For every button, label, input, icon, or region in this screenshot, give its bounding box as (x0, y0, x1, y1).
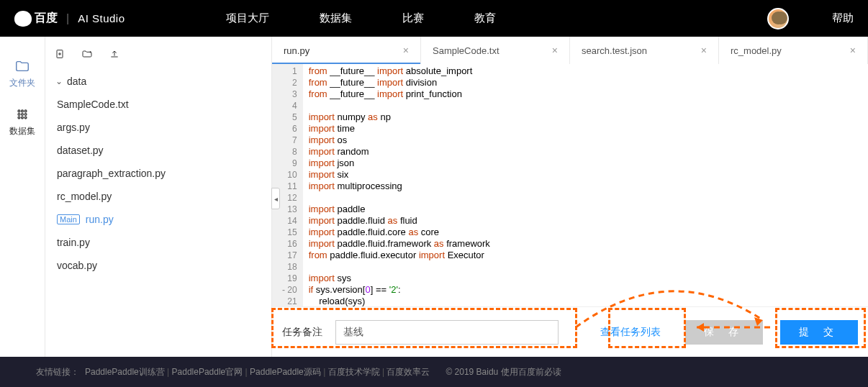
view-task-list-link[interactable]: 查看任务列表 (600, 326, 661, 339)
tree-file[interactable]: dataset.py (45, 139, 271, 162)
code-content[interactable]: from __future__ import absolute_importfr… (303, 64, 496, 306)
logo[interactable]: 百度 | AI Studio (14, 11, 125, 27)
task-bar: 任务备注 查看任务列表 保 存 提 交 (272, 306, 868, 357)
close-icon[interactable]: × (701, 45, 707, 56)
left-tab-files[interactable]: 文件夹 (0, 51, 45, 99)
footer-link[interactable]: PaddlePaddle官网 (172, 367, 243, 377)
footer-prefix: 友情链接： (36, 366, 79, 378)
close-icon[interactable]: × (850, 45, 856, 56)
nav-competitions[interactable]: 比赛 (402, 12, 424, 25)
editor-area: ◂ run.py× SampleCode.txt× search.test.js… (271, 37, 868, 357)
svg-point-3 (18, 114, 20, 116)
svg-point-8 (24, 117, 27, 119)
footer-copyright: © 2019 Baidu 使用百度前必读 (446, 366, 561, 378)
tree-file-run-py[interactable]: Mainrun.py (45, 208, 271, 231)
folder-icon (14, 58, 30, 74)
tree-file[interactable]: args.py (45, 116, 271, 139)
footer-link[interactable]: 百度技术学院 (328, 367, 380, 377)
svg-point-0 (18, 110, 20, 112)
top-nav: 项目大厅 数据集 比赛 教育 (226, 12, 496, 25)
logo-ai-studio: AI Studio (78, 12, 125, 24)
nav-education[interactable]: 教育 (474, 12, 496, 25)
svg-point-5 (24, 114, 27, 116)
new-file-icon[interactable] (54, 48, 65, 60)
close-icon[interactable]: × (403, 45, 409, 56)
tree-file[interactable]: paragraph_extraction.py (45, 162, 271, 185)
main-badge: Main (57, 214, 80, 224)
file-panel: ⌄data SampleCode.txtargs.pydataset.pypar… (45, 37, 271, 357)
svg-point-4 (22, 114, 24, 116)
submit-button[interactable]: 提 交 (780, 320, 858, 345)
save-button[interactable]: 保 存 (685, 320, 763, 345)
tree-file[interactable]: rc_model.py (45, 185, 271, 208)
tab-search-test[interactable]: search.test.json× (570, 37, 719, 64)
line-gutter: 12345678910111213141516171819- 20212223 (272, 64, 303, 306)
upload-icon[interactable] (109, 48, 120, 60)
logo-divider: | (66, 12, 69, 25)
tab-run-py[interactable]: run.py× (272, 37, 421, 64)
task-note-input[interactable] (335, 320, 559, 345)
svg-point-7 (22, 117, 24, 119)
tree-file[interactable]: SampleCode.txt (45, 93, 271, 116)
left-tab-datasets[interactable]: 数据集 (0, 99, 45, 147)
nav-datasets[interactable]: 数据集 (320, 12, 352, 25)
logo-text: 百度 (35, 11, 58, 26)
baidu-paw-icon (14, 11, 32, 27)
task-label: 任务备注 (282, 326, 322, 339)
svg-point-6 (18, 117, 20, 119)
file-toolbar (45, 45, 271, 67)
tree-folder-data[interactable]: ⌄data (45, 70, 271, 93)
editor-tabs: run.py× SampleCode.txt× search.test.json… (272, 37, 868, 64)
nav-projects[interactable]: 项目大厅 (226, 12, 269, 25)
left-rail: 文件夹 数据集 (0, 37, 45, 357)
file-tree: ⌄data SampleCode.txtargs.pydataset.pypar… (45, 67, 271, 280)
main: 文件夹 数据集 ⌄data SampleCode.txtargs.pydatas… (0, 37, 868, 357)
avatar[interactable] (767, 8, 789, 29)
new-folder-icon[interactable] (81, 48, 93, 60)
footer: 友情链接： PaddlePaddle训练营 | PaddlePaddle官网 |… (0, 357, 868, 387)
tree-file[interactable]: vocab.py (45, 254, 271, 277)
collapse-handle[interactable]: ◂ (271, 188, 280, 209)
tab-samplecode[interactable]: SampleCode.txt× (421, 37, 570, 64)
help-link[interactable]: 帮助 (832, 12, 854, 25)
svg-point-2 (24, 110, 27, 112)
footer-link[interactable]: PaddlePaddle源码 (250, 367, 321, 377)
tree-file[interactable]: train.py (45, 231, 271, 254)
footer-link[interactable]: PaddlePaddle训练营 (85, 367, 165, 377)
tab-rc-model[interactable]: rc_model.py× (719, 37, 868, 64)
dataset-icon (14, 106, 30, 122)
top-bar: 百度 | AI Studio 项目大厅 数据集 比赛 教育 帮助 (0, 0, 868, 37)
footer-link[interactable]: 百度效率云 (386, 367, 430, 377)
close-icon[interactable]: × (552, 45, 558, 56)
code-editor[interactable]: 12345678910111213141516171819- 20212223 … (272, 64, 868, 306)
chevron-down-icon: ⌄ (55, 76, 63, 86)
svg-point-1 (22, 110, 24, 112)
